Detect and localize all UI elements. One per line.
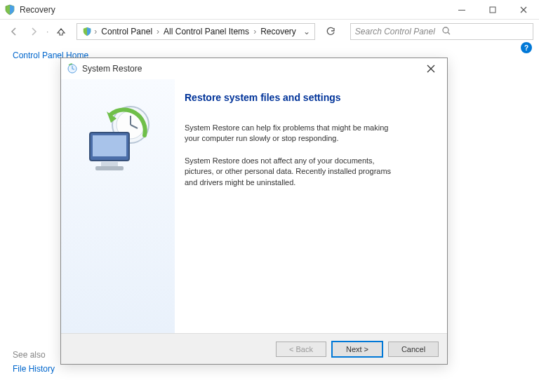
dialog-close-button[interactable] — [420, 60, 441, 77]
dialog-paragraph-2: System Restore does not affect any of yo… — [185, 156, 395, 188]
window-title: Recovery — [20, 5, 55, 15]
back-button[interactable] — [6, 23, 22, 40]
titlebar: Recovery — [0, 0, 539, 20]
svg-rect-1 — [490, 7, 495, 13]
search-input[interactable]: Search Control Panel — [350, 23, 533, 40]
crumb-control-panel[interactable]: Control Panel — [98, 27, 155, 36]
search-placeholder: Search Control Panel — [355, 27, 442, 36]
system-restore-dialog: System Restore — [60, 58, 448, 365]
svg-rect-10 — [93, 135, 126, 156]
search-icon — [441, 26, 528, 38]
restore-illustration-icon — [76, 100, 160, 180]
back-button: < Back — [276, 342, 326, 357]
restore-icon — [67, 63, 78, 74]
svg-rect-11 — [101, 162, 118, 166]
svg-point-2 — [443, 27, 448, 33]
dialog-title: System Restore — [82, 64, 142, 74]
next-button[interactable]: Next > — [332, 342, 382, 357]
app-icon — [4, 4, 15, 15]
see-also-label: See also — [13, 350, 46, 360]
chevron-right-icon: › — [155, 27, 161, 36]
dialog-paragraph-1: System Restore can help fix problems tha… — [185, 123, 395, 144]
svg-rect-0 — [458, 10, 465, 11]
close-button[interactable] — [508, 0, 539, 20]
dialog-heading: Restore system files and settings — [185, 92, 430, 103]
dialog-sidebar — [61, 79, 175, 333]
crumb-recovery[interactable]: Recovery — [258, 27, 299, 36]
dialog-footer: < Back Next > Cancel — [61, 333, 447, 364]
navbar: · › Control Panel › All Control Panel It… — [0, 20, 539, 43]
minimize-button[interactable] — [446, 0, 477, 20]
cancel-button[interactable]: Cancel — [388, 342, 439, 357]
chevron-down-icon[interactable]: ⌄ — [299, 27, 310, 36]
dialog-titlebar: System Restore — [61, 58, 447, 79]
crumb-all-items[interactable]: All Control Panel Items — [161, 27, 252, 36]
chevron-right-icon: › — [252, 27, 258, 36]
up-button[interactable] — [53, 23, 69, 40]
svg-rect-12 — [95, 166, 124, 170]
refresh-button[interactable] — [322, 23, 339, 40]
forward-button[interactable] — [25, 23, 42, 40]
file-history-link[interactable]: File History — [13, 364, 55, 374]
chevron-right-icon: › — [93, 27, 98, 36]
breadcrumb-icon — [81, 26, 93, 37]
breadcrumb[interactable]: › Control Panel › All Control Panel Item… — [76, 23, 314, 40]
maximize-button[interactable] — [477, 0, 508, 20]
